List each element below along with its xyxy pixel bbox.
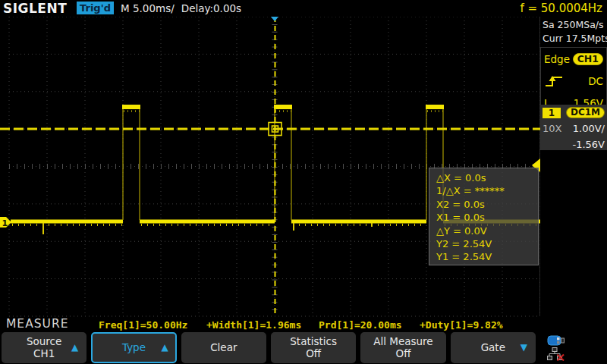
clear-button-label: Clear <box>210 342 237 354</box>
trigger-mode: Edge <box>544 53 570 65</box>
cursor-readout-line: △Y = 0.0V <box>436 224 538 237</box>
measurement-duty: +Duty[1]=9.82% <box>420 319 503 331</box>
delay-value: Delay:0.00s <box>181 2 241 14</box>
sample-rate: Sa 250MSa/s <box>540 17 607 30</box>
cursor-readout-line: △X = 0.0s <box>436 171 538 184</box>
trigger-status-badge: Trig'd <box>77 2 114 14</box>
timebase-value: M 5.00ms/ <box>121 2 175 14</box>
statistics-button-label: Statistics <box>290 336 337 348</box>
down-arrow-icon: ▼ <box>521 343 527 353</box>
oscilloscope-screen: SIGLENT Trig'd M 5.00ms/Delay:0.00s f = … <box>0 0 607 364</box>
measurement-period: Prd[1]=20.00ms <box>319 319 402 331</box>
measurement-cursors <box>0 17 540 316</box>
all-measure-button[interactable]: All Measure Off <box>360 332 445 363</box>
up-arrow-icon: ▲ <box>71 343 78 353</box>
channel1-info-panel[interactable]: 1 DC1M 10X 1.00V/ -1.56V <box>540 105 607 150</box>
type-button-label: Type <box>122 342 146 354</box>
channel-number-badge[interactable]: 1 <box>543 108 561 118</box>
trigger-position-icon[interactable] <box>266 17 283 21</box>
channel1-ground-marker[interactable]: 1 <box>0 217 11 228</box>
statistics-button-value: Off <box>306 348 321 360</box>
clear-button[interactable]: Clear <box>181 332 266 363</box>
cursor-readout-line: X1 = 0.0s <box>436 211 538 224</box>
measurement-freq: Freq[1]=50.00Hz <box>99 319 187 331</box>
right-sidebar: Sa 250MSa/s Curr 17.5Mpts Edge CH1 DC L … <box>540 17 607 317</box>
gate-button-label: Gate <box>481 342 505 354</box>
gate-button[interactable]: Gate ▼ <box>451 332 536 363</box>
source-button[interactable]: Source CH1 ▲ <box>2 332 86 363</box>
timebase-readout: M 5.00ms/Delay:0.00s <box>121 2 241 14</box>
cursor-readout-line: 1/△X = ****** <box>436 184 538 197</box>
brand-logo: SIGLENT <box>3 1 67 16</box>
cursor-readout-line: Y1 = 2.54V <box>436 250 538 263</box>
trigger-coupling: DC <box>588 75 603 87</box>
measure-title: MEASURE <box>6 317 69 331</box>
all-measure-button-label: All Measure <box>373 336 432 348</box>
usb-icon <box>547 335 567 346</box>
rising-edge-icon <box>544 74 564 88</box>
cursor-readout-box: △X = 0.0s 1/△X = ****** X2 = 0.0s X1 = 0… <box>429 168 539 265</box>
probe-attenuation: 10X <box>543 123 561 134</box>
top-status-bar: SIGLENT Trig'd M 5.00ms/Delay:0.00s f = … <box>0 0 607 17</box>
statistics-button[interactable]: Statistics Off <box>271 332 356 363</box>
channel-offset: -1.56V <box>572 139 605 150</box>
channel-coupling-badge[interactable]: DC1M <box>566 107 605 118</box>
trigger-source-badge[interactable]: CH1 <box>573 53 603 65</box>
soft-menu: Source CH1 ▲ Type ▲ Clear Statistics Off… <box>0 331 607 364</box>
cursor-readout-line: X2 = 0.0s <box>436 198 538 211</box>
waveform-display[interactable]: 1 <box>0 17 540 317</box>
up-arrow-icon: ▲ <box>161 343 168 353</box>
type-button[interactable]: Type ▲ <box>91 332 176 363</box>
lan-disconnected-icon <box>547 347 565 361</box>
all-measure-button-value: Off <box>396 348 411 360</box>
frequency-counter: f = 50.0004Hz <box>520 2 602 15</box>
status-icons <box>540 332 605 364</box>
volts-per-div: 1.00V/ <box>573 123 605 134</box>
channel1-marker-label: 1 <box>2 218 8 228</box>
source-button-value: CH1 <box>33 348 55 360</box>
measurement-width: +Width[1]=1.96ms <box>206 319 301 331</box>
memory-depth: Curr 17.5Mpts <box>540 30 607 44</box>
source-button-label: Source <box>27 336 61 348</box>
cursor-readout-line: Y2 = 2.54V <box>436 237 538 250</box>
